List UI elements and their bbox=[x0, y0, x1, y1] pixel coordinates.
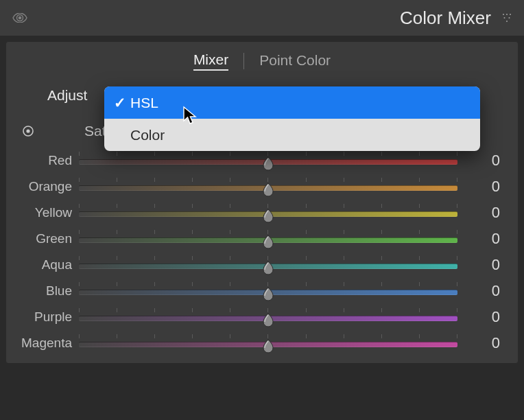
slider-list: Red0Orange0Yellow0Green0Aqua0Blue0Purple… bbox=[6, 146, 518, 356]
slider-label: Purple bbox=[20, 310, 73, 325]
targeted-adjustment-icon[interactable] bbox=[21, 124, 35, 138]
slider-label: Yellow bbox=[20, 205, 73, 220]
slider-ticks bbox=[79, 152, 457, 157]
slider-track-bar bbox=[79, 264, 457, 269]
dropdown-option-label: Color bbox=[129, 127, 165, 143]
svg-point-4 bbox=[504, 17, 505, 19]
slider-label: Magenta bbox=[20, 336, 73, 351]
slider-purple[interactable] bbox=[79, 309, 457, 325]
slider-blue[interactable] bbox=[79, 283, 457, 299]
slider-label: Green bbox=[20, 231, 73, 246]
slider-red[interactable] bbox=[79, 152, 457, 169]
slider-value[interactable]: 0 bbox=[463, 230, 504, 248]
slider-track-bar bbox=[79, 211, 457, 217]
svg-point-3 bbox=[510, 14, 511, 15]
slider-aqua[interactable] bbox=[79, 257, 457, 273]
slider-ticks bbox=[79, 282, 457, 288]
slider-track-bar bbox=[79, 185, 457, 191]
slider-ticks bbox=[79, 204, 457, 209]
slider-magenta[interactable] bbox=[79, 335, 457, 351]
slider-row-orange: Orange0 bbox=[20, 174, 504, 200]
panel-disclosure-icon[interactable] bbox=[499, 10, 514, 25]
slider-label: Aqua bbox=[20, 257, 73, 272]
slider-track-bar bbox=[79, 290, 457, 295]
slider-value[interactable]: 0 bbox=[463, 334, 504, 352]
slider-value[interactable]: 0 bbox=[463, 178, 504, 196]
slider-row-magenta: Magenta0 bbox=[20, 330, 504, 356]
slider-yellow[interactable] bbox=[79, 205, 457, 221]
svg-point-0 bbox=[19, 16, 22, 20]
dropdown-option-color[interactable]: ✓ Color bbox=[104, 119, 480, 151]
slider-value[interactable]: 0 bbox=[463, 282, 504, 300]
svg-point-1 bbox=[503, 14, 504, 15]
slider-label: Red bbox=[20, 153, 73, 168]
slider-row-green: Green0 bbox=[20, 226, 504, 252]
slider-row-yellow: Yellow0 bbox=[20, 200, 504, 226]
svg-point-5 bbox=[509, 17, 510, 19]
slider-track-bar bbox=[79, 342, 457, 347]
slider-orange[interactable] bbox=[79, 178, 457, 195]
slider-ticks bbox=[79, 308, 457, 314]
svg-point-6 bbox=[506, 21, 508, 22]
slider-ticks bbox=[79, 230, 457, 235]
slider-row-red: Red0 bbox=[20, 148, 504, 174]
adjust-dropdown: ✓ HSL ✓ Color bbox=[104, 86, 480, 151]
visibility-icon[interactable] bbox=[12, 10, 27, 25]
slider-ticks bbox=[79, 256, 457, 261]
slider-track-bar bbox=[79, 316, 457, 321]
tab-point-color[interactable]: Point Color bbox=[259, 52, 331, 70]
slider-value[interactable]: 0 bbox=[463, 256, 504, 274]
tab-divider bbox=[243, 53, 244, 69]
slider-row-aqua: Aqua0 bbox=[20, 252, 504, 278]
slider-value[interactable]: 0 bbox=[463, 204, 504, 222]
slider-row-blue: Blue0 bbox=[20, 278, 504, 304]
svg-point-2 bbox=[506, 14, 508, 15]
svg-point-8 bbox=[26, 129, 29, 132]
panel-title: Color Mixer bbox=[27, 8, 499, 29]
check-icon: ✓ bbox=[112, 95, 128, 111]
slider-label: Blue bbox=[20, 283, 73, 299]
dropdown-option-hsl[interactable]: ✓ HSL bbox=[104, 86, 480, 119]
slider-ticks bbox=[79, 334, 457, 340]
tab-mixer[interactable]: Mixer bbox=[193, 51, 228, 71]
slider-green[interactable] bbox=[79, 231, 457, 247]
slider-row-purple: Purple0 bbox=[20, 304, 504, 330]
slider-track-bar bbox=[79, 237, 457, 243]
adjust-label: Adjust bbox=[47, 87, 87, 104]
slider-value[interactable]: 0 bbox=[463, 308, 504, 326]
slider-track-bar bbox=[79, 159, 457, 165]
panel-header: Color Mixer bbox=[0, 0, 524, 36]
dropdown-option-label: HSL bbox=[129, 95, 158, 111]
slider-ticks bbox=[79, 178, 457, 183]
slider-value[interactable]: 0 bbox=[463, 152, 504, 170]
slider-label: Orange bbox=[20, 179, 73, 194]
tab-bar: Mixer Point Color bbox=[6, 42, 518, 80]
